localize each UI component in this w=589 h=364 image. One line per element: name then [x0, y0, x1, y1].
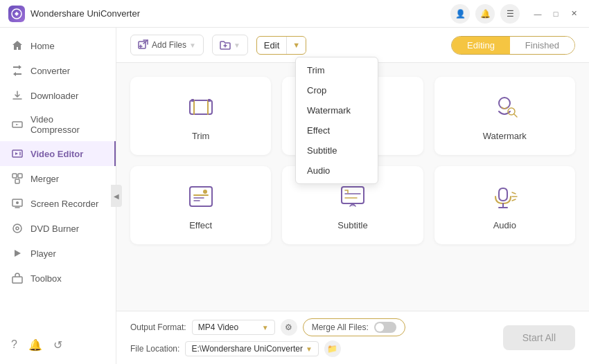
content-area: ◀ Add Files ▼ ▼ [116, 28, 589, 364]
subtitle-icon [336, 180, 369, 213]
title-bar: Wondershare UniConverter 👤 🔔 ☰ — □ ✕ [0, 0, 589, 28]
footer-refresh-icon[interactable]: ↺ [53, 338, 62, 352]
sidebar-label-toolbox: Toolbox [30, 273, 62, 284]
sidebar-label-player: Player [30, 248, 56, 259]
sidebar-item-screen-recorder[interactable]: Screen Recorder [0, 191, 116, 216]
edit-dropdown[interactable]: Edit ▼ [256, 36, 306, 55]
watermark-label: Watermark [483, 131, 527, 141]
dropdown-item-effect[interactable]: Effect [296, 120, 378, 140]
sidebar-item-merger[interactable]: Merger [0, 166, 116, 191]
output-format-value: MP4 Video [198, 322, 238, 332]
notification-icon[interactable]: 🔔 [475, 4, 495, 24]
tab-toggle: Editing Finished [451, 36, 575, 55]
profile-icon[interactable]: 👤 [450, 4, 470, 24]
dropdown-item-watermark[interactable]: Watermark [296, 100, 378, 120]
trim-label: Trim [192, 131, 210, 141]
svg-point-20 [499, 98, 510, 109]
main-layout: Home Converter Downloader Video Compress… [0, 28, 589, 364]
title-bar-actions: 👤 🔔 ☰ — □ ✕ [450, 4, 581, 24]
player-icon [11, 247, 24, 260]
help-icon[interactable]: ? [11, 338, 17, 352]
sidebar-item-toolbox[interactable]: Toolbox [0, 266, 116, 291]
file-location-select[interactable]: E:\Wondershare UniConverter ▼ [185, 341, 318, 356]
footer-bell-icon[interactable]: 🔔 [28, 338, 42, 352]
dropdown-item-subtitle[interactable]: Subtitle [296, 140, 378, 161]
sidebar-label-video-compressor: Video Compressor [30, 114, 105, 135]
dropdown-item-crop[interactable]: Crop [296, 80, 378, 100]
screen-recorder-icon [11, 197, 24, 210]
sidebar-label-screen-recorder: Screen Recorder [30, 199, 98, 209]
svg-rect-14 [208, 99, 211, 102]
sidebar-label-dvd-burner: DVD Burner [30, 224, 79, 234]
dropdown-item-trim[interactable]: Trim [296, 60, 378, 80]
home-icon [11, 39, 24, 52]
sidebar-item-downloader[interactable]: Downloader [0, 83, 116, 108]
close-button[interactable]: ✕ [567, 7, 581, 21]
downloader-icon [11, 89, 24, 102]
grid-card-audio[interactable]: Audio [434, 166, 575, 244]
effect-label: Effect [189, 220, 212, 230]
svg-rect-5 [15, 179, 19, 183]
bottom-fields: Output Format: MP4 Video ▼ ⚙ Merge All F… [130, 318, 492, 357]
output-format-select[interactable]: MP4 Video ▼ [192, 320, 275, 335]
output-settings-icon[interactable]: ⚙ [281, 319, 297, 336]
watermark-icon [488, 91, 521, 124]
video-editor-icon [11, 147, 24, 160]
tab-editing[interactable]: Editing [452, 37, 510, 54]
grid-card-watermark[interactable]: Watermark [434, 77, 575, 155]
sidebar-item-video-compressor[interactable]: Video Compressor [0, 108, 116, 141]
sidebar-item-video-editor[interactable]: Video Editor [0, 141, 116, 166]
svg-rect-12 [190, 100, 212, 114]
maximize-button[interactable]: □ [549, 7, 563, 21]
svg-rect-3 [12, 174, 17, 178]
add-files-button[interactable]: Add Files ▼ [130, 35, 204, 55]
bottom-bar: Output Format: MP4 Video ▼ ⚙ Merge All F… [116, 311, 589, 364]
start-all-button[interactable]: Start All [503, 325, 575, 350]
merge-toggle: Merge All Files: [303, 318, 405, 336]
svg-point-8 [13, 224, 21, 233]
sidebar-item-dvd-burner[interactable]: DVD Burner [0, 216, 116, 241]
svg-line-33 [512, 192, 516, 194]
svg-point-7 [16, 201, 19, 204]
output-format-arrow: ▼ [262, 324, 269, 331]
sidebar-footer: ? 🔔 ↺ [0, 331, 116, 358]
svg-line-35 [512, 199, 516, 201]
sidebar-item-home[interactable]: Home [0, 33, 116, 58]
audio-label: Audio [493, 220, 516, 230]
file-location-arrow: ▼ [306, 345, 313, 353]
edit-dropdown-arrow: ▼ [287, 37, 306, 53]
sidebar-label-home: Home [30, 41, 55, 51]
toolbox-icon [11, 272, 24, 284]
svg-rect-13 [191, 99, 194, 102]
app-title: Wondershare UniConverter [30, 8, 450, 19]
output-format-label: Output Format: [130, 322, 186, 332]
add-files-label: Add Files [152, 40, 186, 50]
sidebar-item-player[interactable]: Player [0, 241, 116, 266]
file-location-value: E:\Wondershare UniConverter [191, 344, 303, 354]
merge-switch[interactable] [374, 322, 396, 333]
dvd-burner-icon [11, 222, 24, 235]
tab-finished[interactable]: Finished [510, 37, 574, 54]
menu-icon[interactable]: ☰ [500, 4, 520, 24]
svg-rect-28 [342, 187, 364, 203]
dropdown-menu: Trim Crop Watermark Effect Subtitle Audi… [295, 57, 378, 184]
sidebar-label-downloader: Downloader [30, 91, 78, 101]
converter-icon [11, 64, 24, 77]
svg-rect-4 [18, 174, 22, 178]
add-folder-button[interactable]: ▼ [212, 35, 248, 55]
dropdown-item-audio[interactable]: Audio [296, 161, 378, 181]
file-location-label: File Location: [130, 344, 179, 354]
grid-card-trim[interactable]: Trim [130, 77, 271, 155]
sidebar-label-converter: Converter [30, 66, 70, 76]
file-location-browse-icon[interactable]: 📁 [324, 340, 341, 357]
effect-icon [184, 180, 218, 213]
sidebar-item-converter[interactable]: Converter [0, 58, 116, 83]
merge-label: Merge All Files: [312, 322, 369, 332]
grid-card-effect[interactable]: Effect [130, 166, 271, 244]
output-format-field: Output Format: MP4 Video ▼ ⚙ Merge All F… [130, 318, 492, 336]
minimize-button[interactable]: — [531, 7, 545, 21]
subtitle-label: Subtitle [337, 220, 367, 230]
sidebar-collapse-button[interactable]: ◀ [111, 185, 122, 207]
app-logo [8, 6, 25, 22]
trim-icon [184, 91, 218, 124]
